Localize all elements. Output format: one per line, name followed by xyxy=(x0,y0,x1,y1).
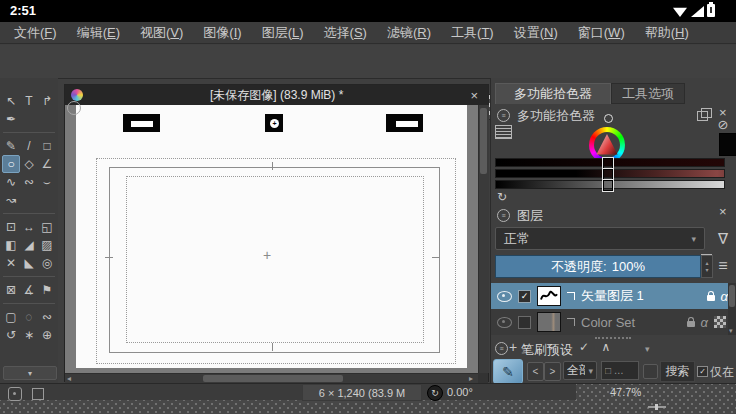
menu-item-3[interactable]: 视图(V) xyxy=(130,24,193,42)
layer-visibility-eye-icon[interactable] xyxy=(497,317,512,328)
tool-calligraphy[interactable]: ✒ xyxy=(2,110,20,128)
handle-bottom[interactable] xyxy=(272,343,273,351)
tool-select-shapes[interactable]: ↖ xyxy=(2,92,20,110)
tool-select-similar-color[interactable]: ∗ xyxy=(20,326,38,344)
handle-right[interactable] xyxy=(432,257,440,258)
layer-opacity-slider[interactable]: 不透明度: 100% xyxy=(495,255,701,278)
no-color-icon[interactable]: ⊘ xyxy=(715,116,731,132)
tool-transform[interactable]: ⊡ xyxy=(2,218,20,236)
tool-reference-images[interactable]: ⚑ xyxy=(38,281,56,299)
menu-item-6[interactable]: 选择(S) xyxy=(314,24,377,42)
alpha-lock-icon[interactable]: α xyxy=(721,289,728,304)
layer-thumbnail[interactable] xyxy=(537,312,561,332)
toolbox-scroll-down-button[interactable]: ▾ xyxy=(3,366,57,380)
tool-measure[interactable]: ∡ xyxy=(20,281,38,299)
zoom-slider-icon[interactable] xyxy=(648,406,666,412)
tool-select-freehand[interactable]: ∾ xyxy=(38,308,56,326)
menu-item-7[interactable]: 滤镜(R) xyxy=(377,24,441,42)
menu-item-2[interactable]: 编辑(E) xyxy=(67,24,130,42)
previous-preset-button[interactable]: < xyxy=(527,362,544,381)
document-close-button[interactable]: × xyxy=(470,89,478,102)
tool-colorize-mask[interactable]: ◎ xyxy=(38,254,56,272)
inherit-alpha-checker-icon[interactable] xyxy=(714,316,726,328)
menu-item-5[interactable]: 图层(L) xyxy=(252,24,314,42)
tool-pattern-edit[interactable]: ▨ xyxy=(38,236,56,254)
selection-status-icon[interactable] xyxy=(8,387,22,401)
filter-checkbox[interactable]: ✓ xyxy=(697,366,708,377)
menu-item-11[interactable]: 帮助(H) xyxy=(635,24,699,42)
picker-float-icon[interactable] xyxy=(697,111,708,121)
preset-search-input[interactable] xyxy=(601,361,639,380)
canvas-mode-icon[interactable] xyxy=(32,388,44,400)
tool-zoom[interactable]: ⊕ xyxy=(38,326,56,344)
tool-dynamic-brush[interactable]: ↝ xyxy=(2,191,20,209)
layer-filter-funnel-icon[interactable]: ∇ xyxy=(713,227,733,250)
canvas-rotation-icon[interactable]: ↻ xyxy=(427,385,443,401)
menu-item-8[interactable]: 工具(T) xyxy=(441,24,504,42)
tool-freehand-path[interactable]: ∾ xyxy=(20,173,38,191)
canvas-vscrollbar[interactable] xyxy=(478,105,489,373)
layer-lock-icon[interactable] xyxy=(687,321,695,327)
spin-up-icon[interactable]: ▴ xyxy=(705,260,708,267)
tool-edit-shapes[interactable]: ↱ xyxy=(38,92,56,110)
tag-filter-select[interactable]: 全部 ▾ xyxy=(563,361,597,380)
layer-opacity-spinner[interactable]: ▴ ▾ xyxy=(701,255,713,278)
layer-row-1[interactable]: ✓矢量图层 1α xyxy=(491,283,728,309)
picker-docker-menu-icon[interactable]: ≡ xyxy=(497,109,510,122)
tool-color-sampler[interactable]: ◢ xyxy=(20,236,38,254)
add-layer-button[interactable]: + xyxy=(506,339,520,355)
tool-arc[interactable]: ⌣ xyxy=(38,173,56,191)
tool-fill[interactable]: ◣ xyxy=(20,254,38,272)
layer-row-2[interactable]: Color Setα xyxy=(491,309,728,335)
search-option-icon[interactable] xyxy=(643,364,658,379)
layers-docker-menu-icon[interactable]: ≡ xyxy=(497,209,510,222)
layer-name[interactable]: Color Set xyxy=(581,315,681,330)
properties-dropdown-icon[interactable]: ▾ xyxy=(645,344,650,354)
layer-blending-mode-select[interactable]: 正常 ▾ xyxy=(495,227,705,250)
menu-item-4[interactable]: 图像(I) xyxy=(193,24,251,42)
tool-multibrush[interactable]: ✕ xyxy=(2,254,20,272)
layer-lock-icon[interactable] xyxy=(707,295,715,301)
tool-line[interactable]: / xyxy=(20,137,38,155)
tool-gradient[interactable]: ◧ xyxy=(2,236,20,254)
layer-properties-hamburger-icon[interactable]: ≡ xyxy=(715,258,731,274)
picker-refresh-icon[interactable]: ↻ xyxy=(495,190,509,204)
tool-polyline[interactable]: ∠ xyxy=(38,155,56,173)
vscroll-thumb[interactable] xyxy=(480,108,487,174)
layer-scroll-thumb[interactable] xyxy=(729,285,735,307)
tool-select-polygonal[interactable]: ↺ xyxy=(2,326,20,344)
handle-top[interactable] xyxy=(272,162,273,170)
menu-item-9[interactable]: 设置(N) xyxy=(504,24,568,42)
handle-left[interactable] xyxy=(105,257,113,258)
zoom-value[interactable]: 47.7% xyxy=(610,386,641,398)
menu-item-10[interactable]: 窗口(W) xyxy=(568,24,635,42)
tool-ellipse[interactable]: ○ xyxy=(2,155,20,173)
tool-crop[interactable]: ◱ xyxy=(38,218,56,236)
layer-list-scrollbar[interactable]: ▾ xyxy=(728,283,736,335)
picker-settings-icon[interactable] xyxy=(495,125,512,139)
layer-name[interactable]: 矢量图层 1 xyxy=(581,287,701,305)
tool-assistants[interactable]: ⊠ xyxy=(2,281,20,299)
tool-select-rectangular[interactable]: ▢ xyxy=(2,308,20,326)
tool-freehand-brush[interactable]: ✎ xyxy=(2,137,20,155)
layer-select-checkbox[interactable] xyxy=(518,316,531,329)
tool-move[interactable]: ↔ xyxy=(20,218,38,236)
tab-advanced-color-selector[interactable]: 多功能拾色器 xyxy=(495,83,611,104)
spin-down-icon[interactable]: ▾ xyxy=(705,267,708,274)
tool-rectangle[interactable]: □ xyxy=(38,137,56,155)
hscroll-thumb[interactable] xyxy=(203,375,343,382)
alpha-lock-icon[interactable]: α xyxy=(701,315,708,330)
tool-text[interactable]: T xyxy=(20,92,38,110)
duplicate-layer-check-icon[interactable]: ✓ xyxy=(577,339,591,355)
move-layer-up-icon[interactable]: ∧ xyxy=(599,339,613,355)
tool-select-elliptical[interactable]: ◌ xyxy=(20,308,38,326)
tab-tool-options[interactable]: 工具选项 xyxy=(611,83,685,104)
tool-polygon[interactable]: ◇ xyxy=(20,155,38,173)
value-slider-handle[interactable] xyxy=(602,179,614,192)
search-button[interactable]: 搜索 xyxy=(660,361,695,382)
hue-handle[interactable] xyxy=(604,114,613,123)
tool-bezier-curve[interactable]: ∿ xyxy=(2,173,20,191)
rotation-value[interactable]: 0.00° xyxy=(447,386,473,398)
next-preset-button[interactable]: > xyxy=(544,362,561,381)
layer-thumbnail[interactable] xyxy=(537,286,561,306)
